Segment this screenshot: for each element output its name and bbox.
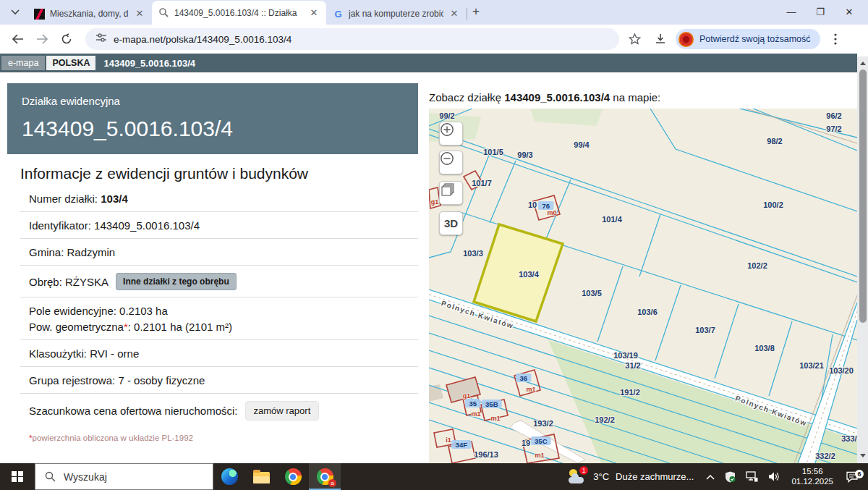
network-icon[interactable] (741, 463, 763, 490)
tab-google[interactable]: G jak na komputerze zrobić zrzut ✕ (326, 3, 467, 25)
tab-search-button[interactable] (6, 4, 25, 20)
restore-button[interactable]: ❐ (806, 7, 835, 17)
new-tab-button[interactable]: + (472, 4, 480, 19)
chrome-icon (285, 468, 302, 485)
parcel-label: 103/7 (695, 326, 715, 334)
sitebar-parcel-id: 143409_5.0016.103/4 (103, 58, 195, 69)
row-text: Klasoużytki: RVI - orne (29, 347, 139, 360)
back-button[interactable] (7, 29, 27, 49)
row-gmina: Gmina: Radzymin (20, 239, 418, 266)
tab-close-icon[interactable]: ✕ (134, 8, 145, 20)
parcel-label: 196/13 (474, 450, 498, 459)
search-icon (45, 471, 56, 482)
parcel-label: 103/8 (754, 344, 775, 352)
order-report-button[interactable]: zamów raport (245, 401, 320, 421)
cadastral-map[interactable]: 99/296/297/2101/599/399/498/2101/710100/… (429, 109, 857, 463)
minimize-button[interactable]: — (777, 7, 806, 17)
layers-button[interactable] (439, 181, 463, 205)
taskbar-chrome-active-button[interactable]: a (309, 463, 341, 490)
region-button[interactable]: POLSKA (46, 56, 95, 70)
reload-button[interactable] (56, 29, 77, 49)
parcel-label: 101/4 (602, 215, 622, 224)
area-line2-value: : 0.2101 ha (2101 m²) (128, 321, 232, 333)
building-label: m0 (547, 209, 556, 216)
taskbar-search-input[interactable]: Wyszukaj (35, 463, 213, 490)
row-text: Obręb: RŻYSKA (29, 276, 109, 288)
row-identifier: Identyfikator: 143409_5.0016.103/4 (20, 212, 418, 239)
clock-date: 01.12.2025 (791, 477, 833, 487)
tab-close-icon[interactable]: ✕ (308, 7, 320, 19)
site-info-icon[interactable] (95, 33, 107, 46)
chrome-profile-badge: a (328, 479, 336, 487)
3d-button-label: 3D (444, 217, 458, 229)
coordinate-system-footnote: *powierzchnia obliczona w układzie PL-19… (29, 434, 418, 442)
zoom-in-button[interactable] (439, 122, 463, 145)
bookmark-star-icon[interactable] (624, 29, 645, 49)
tab-title: Mieszkania, domy, działki, lokal (50, 9, 129, 19)
parcel-number-value: 103/4 (101, 193, 128, 205)
parcel-label: 103/5 (582, 289, 602, 297)
tab-title: jak na komputerze zrobić zrzut (349, 9, 443, 19)
security-shield-icon[interactable] (720, 463, 741, 490)
tab-emapa-active[interactable]: 143409_5.0016.103/4 :: Działka ✕ (152, 1, 326, 25)
address-badge-label: 35 (469, 400, 477, 407)
parcel-label: 96/2 (826, 111, 841, 120)
start-button[interactable] (0, 463, 35, 490)
zoom-out-button[interactable] (439, 151, 463, 174)
taskbar-chrome-button[interactable] (277, 463, 309, 490)
parcel-label: 192/2 (595, 415, 615, 424)
parcel-label: 99/3 (517, 151, 532, 159)
tab-otodom[interactable]: Mieszkania, domy, działki, lokal ✕ (27, 3, 152, 25)
building-label: m1 (490, 415, 500, 422)
browser-menu-icon[interactable] (825, 29, 846, 49)
identity-confirm-button[interactable]: Potwierdź swoją tożsamość (676, 29, 820, 49)
row-area: Pole ewidencyjne: 0.2103 ha Pow. geometr… (20, 297, 418, 340)
other-parcels-button[interactable]: Inne działki z tego obrębu (116, 273, 237, 290)
url-text[interactable]: e-mapa.net/polska/143409_5.0016.103/4 (114, 34, 292, 45)
row-text: Gmina: Radzymin (29, 246, 115, 258)
scroll-down-arrow-icon[interactable] (857, 450, 868, 460)
card-label: Działka ewidencyjna (22, 95, 404, 107)
map-3d-button[interactable]: 3D (439, 211, 463, 235)
address-bar[interactable]: e-mapa.net/polska/143409_5.0016.103/4 (85, 28, 619, 50)
area-line2: Pow. geometryczna*: 0.2101 ha (2101 m²) (29, 321, 418, 333)
parcel-label: 193/2 (533, 419, 553, 428)
volume-icon[interactable] (763, 463, 785, 490)
parcel-label: 333/2 (841, 434, 857, 443)
close-button[interactable]: ✕ (835, 7, 864, 17)
parcel-label: 103/3 (463, 249, 483, 258)
tray-chevron-icon[interactable] (701, 463, 720, 490)
building-label: m1 (526, 386, 535, 393)
building-label: g1 (431, 198, 439, 206)
row-land-use: Klasoużytki: RVI - orne (20, 340, 418, 367)
profile-avatar (678, 32, 694, 47)
emapa-brand-button[interactable]: e-mapa (1, 56, 45, 70)
tab-close-icon[interactable]: ✕ (448, 8, 460, 20)
parcel-label: 332/2 (815, 452, 835, 460)
parcel-label: 101/7 (472, 179, 492, 187)
parcel-label: 97/2 (826, 124, 841, 133)
row-obreb: Obręb: RŻYSKA Inne działki z tego obrębu (20, 266, 418, 297)
address-badge-label: 35B (485, 400, 498, 408)
otodom-favicon-icon (34, 9, 45, 20)
parcel-label: 100/2 (763, 200, 783, 209)
downloads-icon[interactable] (650, 29, 671, 49)
taskbar-explorer-button[interactable] (245, 463, 277, 490)
address-badge-label: 36 (519, 374, 527, 382)
building-label: m1 (471, 410, 480, 418)
tab-title: 143409_5.0016.103/4 :: Działka (174, 8, 303, 18)
taskbar-edge-button[interactable] (213, 463, 245, 490)
search-placeholder: Wyszukaj (64, 471, 107, 483)
parcel-label: 10 (528, 200, 537, 209)
taskbar-weather-widget[interactable]: 1 3°C Duże zachmurze... (560, 468, 701, 486)
scrollbar-thumb[interactable] (859, 69, 867, 323)
notification-center-button[interactable]: 6 (840, 471, 868, 483)
scroll-up-arrow-icon[interactable] (857, 58, 868, 68)
map-canvas[interactable]: 99/296/297/2101/599/399/498/2101/710100/… (429, 109, 857, 463)
weather-alert-badge: 1 (579, 466, 588, 475)
page-scrollbar[interactable] (857, 56, 868, 463)
desktop-screen: Mieszkania, domy, działki, lokal ✕ 14340… (0, 0, 868, 490)
forward-button[interactable] (32, 29, 52, 49)
taskbar-clock[interactable]: 15:56 01.12.2025 (785, 467, 840, 486)
edge-icon (221, 468, 238, 485)
